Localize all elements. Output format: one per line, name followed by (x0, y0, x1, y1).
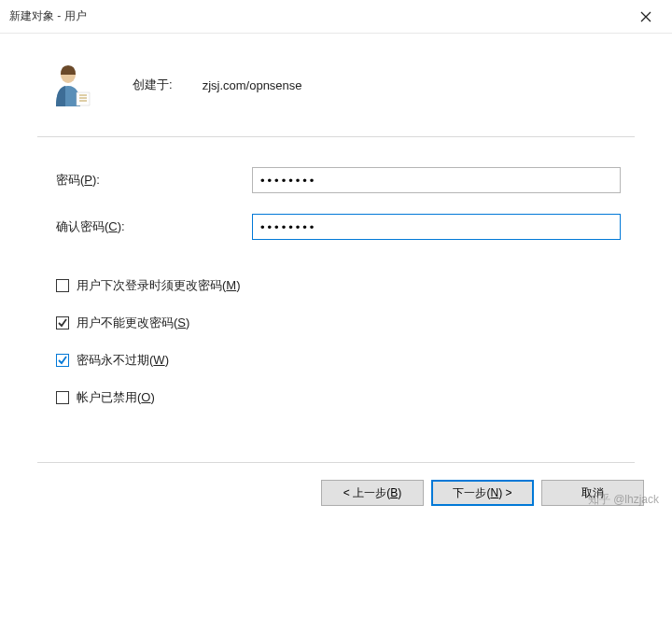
confirm-password-label: 确认密码(C): (56, 218, 252, 235)
checkbox-label: 用户下次登录时须更改密码(M) (77, 277, 241, 294)
cannot-change-password-checkbox[interactable]: 用户不能更改密码(S) (56, 315, 672, 331)
checkbox-icon (56, 316, 69, 330)
account-disabled-checkbox[interactable]: 帐户已禁用(O) (56, 389, 672, 406)
checkbox-section: 用户下次登录时须更改密码(M) 用户不能更改密码(S) 密码永不过期(W) 帐户… (0, 260, 672, 406)
close-button[interactable] (627, 0, 665, 34)
checkbox-label: 密码永不过期(W) (77, 352, 169, 369)
password-never-expires-checkbox[interactable]: 密码永不过期(W) (56, 352, 672, 369)
titlebar: 新建对象 - 用户 (0, 0, 672, 34)
must-change-password-checkbox[interactable]: 用户下次登录时须更改密码(M) (56, 277, 672, 294)
confirm-password-input[interactable] (252, 214, 621, 240)
checkbox-label: 帐户已禁用(O) (77, 389, 155, 406)
password-row: 密码(P): (56, 167, 635, 193)
window-title: 新建对象 - 用户 (9, 8, 627, 24)
password-label: 密码(P): (56, 172, 252, 189)
close-icon (640, 11, 651, 22)
divider-top (37, 136, 635, 137)
checkbox-label: 用户不能更改密码(S) (77, 315, 189, 331)
password-input[interactable] (252, 167, 621, 193)
created-in-label: 创建于: (133, 77, 173, 93)
form-section: 密码(P): 确认密码(C): (0, 141, 672, 240)
button-bar: < 上一步(B) 下一步(N) > 取消 知乎 @lhzjack (0, 463, 672, 506)
next-button[interactable]: 下一步(N) > (431, 480, 534, 506)
header-section: 创建于: zjsj.com/opnsense (0, 34, 672, 131)
back-button[interactable]: < 上一步(B) (321, 480, 424, 506)
created-in-value: zjsj.com/opnsense (203, 78, 302, 92)
confirm-password-row: 确认密码(C): (56, 214, 635, 240)
checkbox-icon (56, 391, 69, 404)
checkbox-icon (56, 354, 69, 367)
cancel-button[interactable]: 取消 (541, 480, 644, 506)
user-icon (47, 62, 93, 108)
checkbox-icon (56, 279, 69, 292)
